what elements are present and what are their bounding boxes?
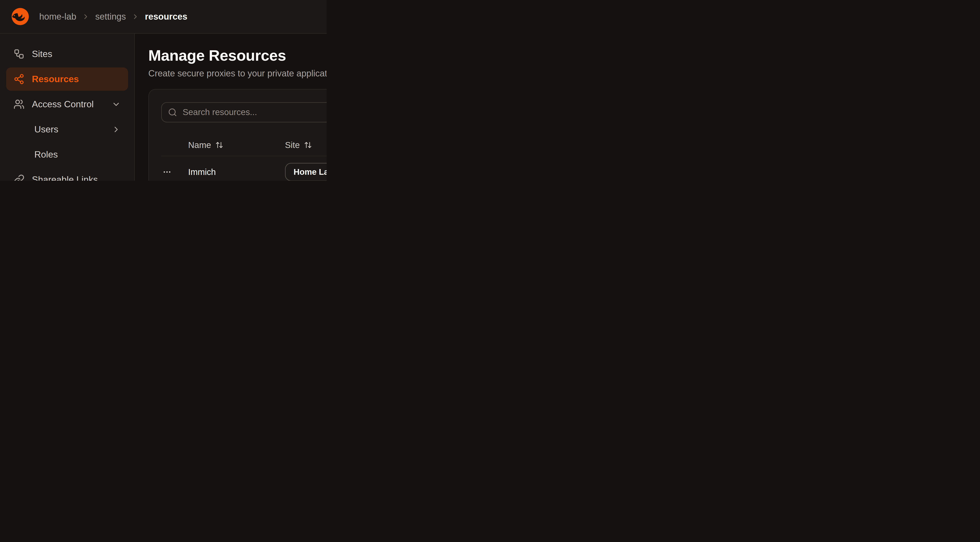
sidebar-item-sites[interactable]: Sites bbox=[6, 42, 128, 65]
breadcrumb: home-lab settings resources bbox=[39, 12, 187, 22]
chevron-right-icon bbox=[82, 13, 90, 21]
sidebar: Sites Resources Access Control Users Rol… bbox=[0, 34, 135, 181]
sidebar-item-label: Resources bbox=[32, 74, 79, 84]
search-input[interactable] bbox=[161, 102, 327, 123]
sidebar-item-resources[interactable]: Resources bbox=[6, 67, 128, 91]
sort-icon[interactable] bbox=[304, 141, 312, 149]
resources-table: Name Site Protocol Access Authentication bbox=[161, 134, 327, 181]
table-row: Immich Home Lab TCP https://immich.examp… bbox=[161, 156, 327, 181]
breadcrumb-resources[interactable]: resources bbox=[145, 12, 187, 22]
table-header: Name Site Protocol Access Authentication bbox=[161, 134, 327, 156]
pangolin-logo[interactable] bbox=[10, 6, 31, 27]
site-name: Home Lab bbox=[294, 167, 327, 177]
chevron-down-icon bbox=[111, 100, 121, 109]
sidebar-item-users[interactable]: Users bbox=[6, 118, 128, 141]
main-content: Manage Resources Create secure proxies t… bbox=[135, 34, 327, 181]
app-window: home-lab settings resources Documentatio… bbox=[0, 0, 327, 181]
page-subtitle: Create secure proxies to your private ap… bbox=[148, 69, 327, 78]
topbar: home-lab settings resources Documentatio… bbox=[0, 0, 327, 34]
sidebar-item-label: Roles bbox=[34, 149, 58, 160]
sidebar-item-label: Access Control bbox=[32, 99, 94, 110]
site-link[interactable]: Home Lab bbox=[285, 163, 327, 181]
workflow-icon bbox=[13, 48, 24, 59]
sort-icon[interactable] bbox=[215, 141, 223, 149]
breadcrumb-settings[interactable]: settings bbox=[95, 12, 126, 22]
chevron-right-icon bbox=[111, 125, 121, 134]
resource-name: Immich bbox=[188, 167, 285, 177]
sidebar-item-label: Users bbox=[34, 124, 59, 135]
resources-card: Add Resource Name Site P bbox=[148, 89, 327, 181]
share-network-icon bbox=[13, 73, 24, 84]
column-site: Site bbox=[285, 140, 327, 150]
table-body: Immich Home Lab TCP https://immich.examp… bbox=[161, 156, 327, 181]
row-menu-button[interactable] bbox=[161, 165, 173, 179]
sidebar-item-access-control[interactable]: Access Control bbox=[6, 92, 128, 116]
toolbar: Add Resource bbox=[161, 102, 327, 123]
column-name: Name bbox=[188, 140, 285, 150]
page-title: Manage Resources bbox=[148, 46, 327, 64]
chevron-right-icon bbox=[131, 13, 139, 21]
breadcrumb-org[interactable]: home-lab bbox=[39, 12, 76, 22]
link-icon bbox=[13, 174, 24, 181]
ellipsis-icon bbox=[162, 167, 172, 177]
users-icon bbox=[13, 99, 24, 110]
sidebar-item-label: Sites bbox=[32, 49, 52, 59]
sidebar-item-roles[interactable]: Roles bbox=[6, 143, 128, 166]
search-icon bbox=[168, 108, 177, 117]
sidebar-item-shareable-links[interactable]: Shareable Links bbox=[6, 168, 128, 181]
sidebar-item-label: Shareable Links bbox=[32, 174, 98, 181]
